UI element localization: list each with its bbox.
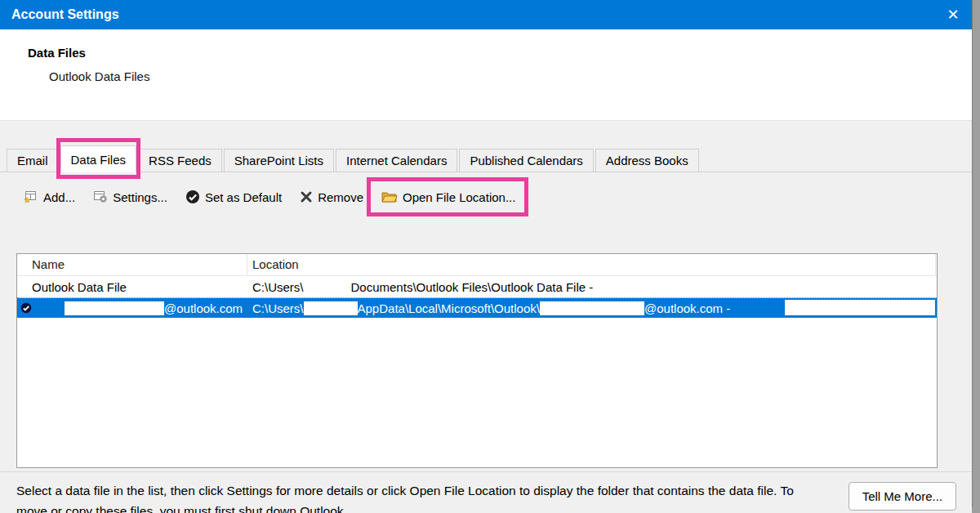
location-prefix: C:\Users\ — [252, 301, 304, 315]
tab-label: Internet Calendars — [346, 154, 447, 167]
column-header-name[interactable]: Name — [17, 254, 247, 275]
tab-label: Data Files — [71, 153, 127, 167]
tab-label: Published Calendars — [470, 154, 582, 167]
redaction-box — [65, 301, 164, 315]
data-files-list: Name Location Outlook Data File C:\Users… — [16, 253, 938, 468]
settings-icon — [93, 190, 108, 203]
redaction-box — [304, 280, 351, 294]
tab-data-files[interactable]: Data Files — [60, 145, 137, 172]
list-header: Name Location — [17, 254, 937, 276]
set-default-check-icon — [185, 190, 200, 204]
location-suffix: Documents\Outlook Files\Outlook Data Fil… — [351, 280, 594, 294]
tab-label: Address Books — [606, 154, 688, 167]
location-suffix: @outlook.com - — [644, 301, 730, 315]
close-button[interactable]: ✕ — [934, 0, 972, 29]
tab-label: Email — [17, 154, 48, 167]
account-name-suffix: @outlook.com — [164, 301, 243, 315]
page-subtitle: Outlook Data Files — [49, 69, 972, 83]
default-check-icon — [20, 274, 61, 341]
footer-instructions: Select a data file in the list, then cli… — [16, 480, 815, 513]
settings-button-label: Settings... — [113, 190, 167, 204]
tab-email[interactable]: Email — [7, 149, 59, 172]
set-as-default-button[interactable]: Set as Default — [178, 185, 289, 208]
account-settings-window: Account Settings ✕ Data Files Outlook Da… — [0, 0, 973, 507]
remove-button-label: Remove — [318, 190, 363, 204]
settings-button[interactable]: Settings... — [86, 186, 175, 208]
table-row-selected[interactable]: @outlook.com C:\Users\ AppData\Local\Mic… — [17, 298, 937, 318]
dialog-header: Data Files Outlook Data Files — [0, 29, 972, 121]
dialog-body: Email Data Files RSS Feeds SharePoint Li… — [0, 147, 972, 513]
tab-strip: Email Data Files RSS Feeds SharePoint Li… — [0, 147, 972, 172]
column-header-location[interactable]: Location — [247, 254, 936, 275]
remove-x-icon — [300, 190, 313, 203]
tab-sharepoint-lists[interactable]: SharePoint Lists — [224, 149, 334, 172]
add-button[interactable]: Add... — [16, 186, 82, 208]
redaction-box — [785, 300, 935, 315]
toolbar: Add... Settings... — [0, 172, 972, 216]
close-icon: ✕ — [947, 6, 959, 24]
tab-label: SharePoint Lists — [234, 154, 323, 167]
title-bar: Account Settings ✕ — [0, 0, 972, 29]
add-button-label: Add... — [43, 190, 75, 204]
redaction-box — [304, 301, 358, 315]
open-file-location-button[interactable]: Open File Location... — [374, 186, 523, 208]
footer-divider — [0, 471, 972, 472]
tell-me-more-button[interactable]: Tell Me More... — [849, 482, 956, 511]
tab-published-calendars[interactable]: Published Calendars — [459, 149, 593, 172]
tab-address-books[interactable]: Address Books — [595, 149, 699, 172]
location-prefix: C:\Users\ — [252, 280, 304, 294]
redaction-box — [540, 301, 644, 315]
tab-label: RSS Feeds — [149, 154, 212, 167]
location-middle: AppData\Local\Microsoft\Outlook\ — [358, 301, 540, 315]
open-folder-icon — [381, 190, 398, 203]
add-data-file-icon — [24, 190, 38, 203]
remove-button[interactable]: Remove — [292, 186, 371, 208]
window-title: Account Settings — [11, 7, 119, 22]
tab-rss-feeds[interactable]: RSS Feeds — [138, 149, 222, 172]
open-file-location-label: Open File Location... — [403, 190, 515, 204]
set-as-default-label: Set as Default — [205, 190, 282, 204]
page-title: Data Files — [28, 46, 972, 60]
tab-internet-calendars[interactable]: Internet Calendars — [336, 149, 457, 172]
